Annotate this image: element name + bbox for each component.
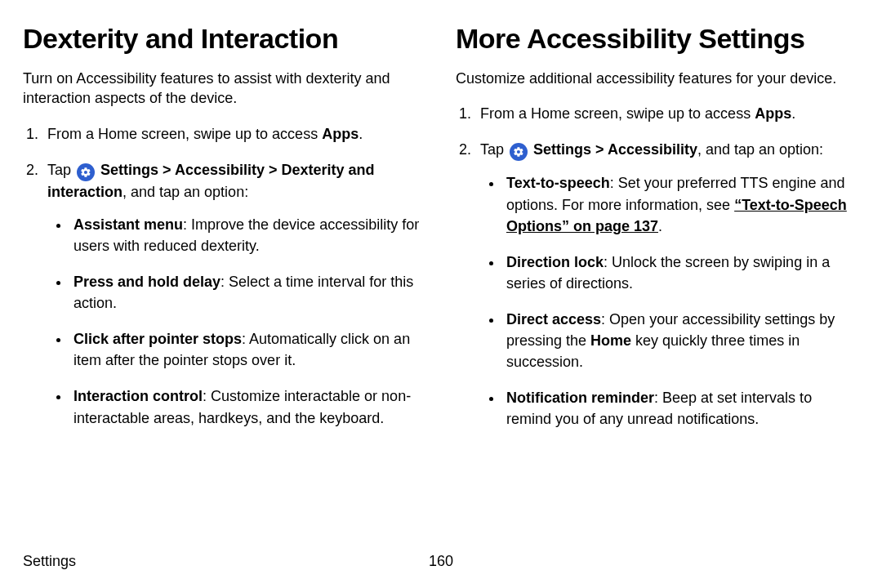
bold: Direct access	[506, 311, 601, 327]
page-columns: Dexterity and Interaction Turn on Access…	[23, 23, 859, 444]
bold: Interaction control	[74, 388, 203, 404]
left-step-1: From a Home screen, swipe up to access A…	[42, 123, 426, 145]
text: .	[359, 126, 363, 142]
bullet-press-hold-delay: Press and hold delay: Select a time inte…	[70, 271, 426, 314]
gear-icon	[510, 143, 528, 161]
home-bold: Home	[590, 332, 631, 349]
bold: Direction lock	[506, 254, 604, 270]
text: From a Home screen, swipe up to access	[480, 105, 755, 122]
bold: Text-to-speech	[506, 175, 610, 191]
right-step-2: Tap Settings > Accessibility, and tap an…	[475, 139, 859, 430]
gear-icon	[77, 163, 95, 181]
text: .	[658, 218, 662, 234]
bold: Notification reminder	[506, 390, 654, 406]
heading-dexterity: Dexterity and Interaction	[23, 23, 426, 54]
bold: Click after pointer stops	[74, 331, 242, 347]
page-footer: Settings 160	[23, 553, 859, 570]
text: .	[791, 105, 795, 122]
steps-left: From a Home screen, swipe up to access A…	[23, 123, 426, 429]
text: Tap	[480, 141, 508, 158]
text: , and tap an option:	[122, 184, 248, 200]
text: Tap	[47, 162, 75, 178]
intro-dexterity: Turn on Accessibility features to assist…	[23, 69, 426, 109]
apps-bold: Apps	[322, 126, 359, 142]
bullet-notification-reminder: Notification reminder: Beep at set inter…	[503, 387, 859, 430]
apps-bold: Apps	[755, 105, 791, 122]
right-column: More Accessibility Settings Customize ad…	[456, 23, 859, 444]
footer-page-number: 160	[429, 553, 453, 570]
bullet-text-to-speech: Text-to-speech: Set your preferred TTS e…	[503, 172, 859, 236]
bullet-interaction-control: Interaction control: Customize interacta…	[70, 385, 426, 428]
left-column: Dexterity and Interaction Turn on Access…	[23, 23, 426, 444]
settings-path-bold: Settings > Accessibility	[533, 141, 697, 158]
intro-more-accessibility: Customize additional accessibility featu…	[456, 69, 859, 88]
bold: Assistant menu	[74, 216, 183, 233]
text: From a Home screen, swipe up to access	[47, 126, 322, 142]
steps-right: From a Home screen, swipe up to access A…	[456, 103, 859, 430]
footer-section: Settings	[23, 553, 76, 570]
bullet-direction-lock: Direction lock: Unlock the screen by swi…	[503, 252, 859, 294]
text: , and tap an option:	[697, 141, 823, 158]
right-bullets: Text-to-speech: Set your preferred TTS e…	[480, 172, 859, 430]
bold: Press and hold delay	[74, 274, 220, 290]
left-step-2: Tap Settings > Accessibility > Dexterity…	[42, 159, 426, 429]
bullet-assistant-menu: Assistant menu: Improve the device acces…	[70, 214, 426, 256]
bullet-direct-access: Direct access: Open your accessibility s…	[503, 309, 859, 372]
left-bullets: Assistant menu: Improve the device acces…	[47, 214, 426, 429]
heading-more-accessibility: More Accessibility Settings	[456, 23, 859, 54]
bullet-click-after-pointer: Click after pointer stops: Automatically…	[70, 328, 426, 371]
right-step-1: From a Home screen, swipe up to access A…	[475, 103, 859, 124]
